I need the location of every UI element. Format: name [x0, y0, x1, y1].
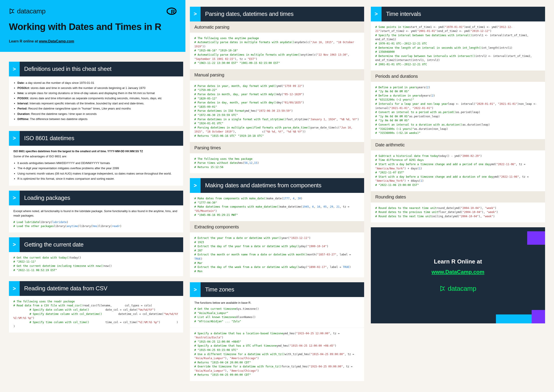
datacamp-logo: datacamp — [9, 6, 46, 16]
chevron-icon: > — [190, 7, 201, 21]
section-title: Making dates and datetimes from componen… — [201, 178, 364, 193]
chevron-icon: > — [9, 131, 20, 146]
page-title: Working with Dates and Times in R — [9, 20, 176, 34]
subheading-manual: Manual parsing — [190, 69, 364, 80]
chevron-icon: > — [9, 191, 20, 205]
code-manual-parse: # Parse dates in year, month, day format… — [194, 84, 360, 138]
code-tz-lubridate: # Specify a datetime that has a location… — [194, 331, 360, 377]
promo-logo: datacamp — [440, 284, 476, 294]
subheading-parsetimes: Parsing times — [190, 142, 364, 153]
definition-item: POSIXlt: stores date and time informatio… — [17, 96, 179, 101]
code-periods: # Define a period in yearsyears(2) # "2y… — [375, 85, 540, 135]
section-loading: >Loading packages Except where noted, al… — [9, 191, 183, 232]
hero-link[interactable]: www.DataCamp.com — [39, 39, 74, 43]
iso-intro-1: ISO 8601 specifies datetimes from the la… — [14, 149, 179, 154]
section-today: >Getting the current date # Get the curr… — [9, 237, 183, 276]
code-today: # Get the current date with today()today… — [14, 256, 179, 272]
logo-icon — [440, 285, 446, 292]
hero: datacamp R Working with Dates and Times … — [0, 0, 185, 52]
subheading-auto: Automatic parsing — [190, 21, 364, 33]
promo-heading: Learn R Online at — [434, 258, 482, 266]
section-title: Loading packages — [20, 191, 183, 205]
iso-intro-2: Some of the advantages of ISO 8601 are: — [14, 154, 179, 159]
section-title: Definitions used in this cheat sheet — [20, 62, 183, 77]
column-3: >Time intervals # Some points in timesta… — [371, 7, 545, 323]
promo-logo-text: datacamp — [448, 284, 476, 294]
logo-text: datacamp — [17, 6, 46, 16]
iso-advantage-item: R is optimized for this format, since it… — [17, 176, 179, 181]
iso-advantages-list: It avoids ambiguities between MM/DD/YYYY… — [14, 161, 179, 181]
section-iso: >ISO 8601 datetimes ISO 8601 specifies d… — [9, 131, 183, 186]
chevron-icon: > — [9, 281, 20, 296]
iso-advantage-item: It avoids ambiguities between MM/DD/YYYY… — [17, 161, 179, 165]
definition-item: Period: Record the datetime ranges/time … — [17, 106, 179, 111]
code-rounding: # Round dates to the nearest time unitro… — [375, 206, 540, 219]
decor-square — [527, 231, 545, 245]
logo-icon — [9, 8, 15, 14]
definition-item: POSIXct: stores date and time in seconds… — [17, 86, 179, 90]
column-2: >Parsing dates, datetimes and times Auto… — [190, 7, 364, 381]
section-title: ISO 8601 datetimes — [20, 131, 183, 146]
decor-square — [532, 310, 545, 323]
section-csv: >Reading datetime data from CSV # The fo… — [9, 281, 183, 333]
code-tz-base: # Get the current timezoneSys.timezone()… — [194, 307, 360, 323]
promo-link[interactable]: www.DataCamp.com — [432, 268, 485, 276]
section-timezones: >Time zones The functions below are avai… — [190, 282, 364, 381]
code-auto-parse: # The following uses the anytime package… — [194, 36, 360, 65]
definition-item: Date: a day stored as the number of days… — [17, 81, 179, 85]
chevron-icon: > — [9, 237, 20, 252]
chevron-icon: > — [190, 282, 201, 297]
definition-item: Difftime: The difference between two dat… — [17, 117, 179, 121]
code-loading: # Load lubridatelibrary(lubridate)# Load… — [14, 220, 179, 228]
section-title: Getting the current date — [20, 237, 183, 252]
code-make: # Make dates from components with make_d… — [194, 196, 360, 217]
page: datacamp R Working with Dates and Times … — [0, 0, 554, 392]
subheading-rounding: Rounding dates — [371, 191, 545, 203]
code-extract: # Extract the year from a date or dateti… — [194, 236, 360, 273]
definition-item: Duration: Record the datetime ranges / t… — [17, 112, 179, 116]
iso-advantage-item: The 4-digit year representation mitigate… — [17, 166, 179, 170]
code-csv: # The following uses the readr package# … — [14, 300, 179, 329]
definitions-list: Date: a day stored as the number of days… — [14, 81, 179, 121]
section-title: Time zones — [201, 282, 364, 297]
chevron-icon: > — [190, 178, 201, 193]
definition-item: hms: a simple class for storing duration… — [17, 91, 179, 95]
hero-subtitle: Learn R online at www.DataCamp.com — [9, 39, 176, 44]
definition-item: Interval: Intervals represent specific i… — [17, 101, 179, 106]
code-intervals: # Some points in timestart_of_time1 <- y… — [375, 25, 540, 67]
section-parsing: >Parsing dates, datetimes and times Auto… — [190, 7, 364, 173]
section-definitions: >Definitions used in this cheat sheet Da… — [9, 62, 183, 126]
decor-square — [496, 315, 532, 323]
column-1: datacamp R Working with Dates and Times … — [9, 7, 183, 333]
loading-intro: Except where noted, all functionality is… — [14, 209, 179, 218]
promo-card: Learn R Online at www.DataCamp.com datac… — [371, 227, 545, 323]
code-parse-times: # The following uses the hms package# Pa… — [194, 157, 360, 169]
section-title: Reading datetime data from CSV — [20, 281, 183, 296]
section-making: >Making dates and datetimes from compone… — [190, 178, 364, 277]
iso-advantage-item: Using numeric month values (08 not AUG) … — [17, 171, 179, 176]
r-logo-icon: R — [167, 6, 176, 16]
svg-text:R: R — [171, 9, 175, 15]
subheading-periods: Periods and durations — [371, 71, 545, 82]
subtitle-prefix: Learn R online at — [9, 39, 39, 43]
section-intervals: >Time intervals # Some points in timesta… — [371, 7, 545, 222]
chevron-icon: > — [371, 7, 381, 21]
tz-intro: The functions below are available in bas… — [194, 301, 360, 305]
section-title: Time intervals — [381, 7, 545, 21]
code-arithmetic: # Subtract a historical date from todayt… — [375, 154, 540, 187]
subheading-extract: Extracting components — [190, 221, 364, 232]
subheading-arithmetic: Date arithmetic — [371, 139, 545, 150]
chevron-icon: > — [9, 62, 20, 77]
section-title: Parsing dates, datetimes and times — [201, 7, 364, 21]
